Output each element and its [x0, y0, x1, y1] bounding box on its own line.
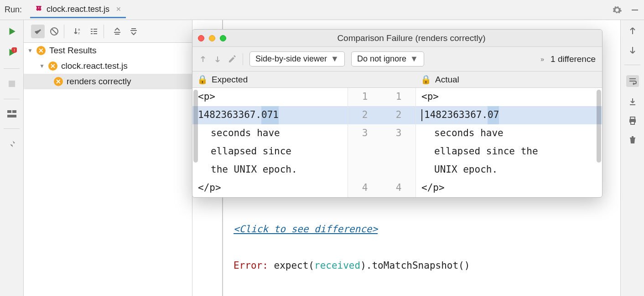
chevron-down-icon: ▼ — [410, 54, 418, 64]
close-window-icon[interactable] — [198, 35, 204, 41]
line-num: 4 — [348, 179, 382, 197]
tree-file[interactable]: ▼ ✕ clock.react.test.js — [24, 58, 192, 74]
suite-icon[interactable] — [87, 25, 101, 38]
code-line-diff: 1482363367.07 — [416, 106, 602, 124]
svg-rect-5 — [12, 110, 16, 113]
close-icon[interactable]: ✕ — [116, 5, 121, 13]
window-controls — [198, 35, 226, 41]
run-failing-icon[interactable]: ! — [7, 47, 17, 57]
minimize-icon[interactable] — [630, 5, 639, 15]
stop-icon[interactable] — [8, 80, 16, 88]
text-caret — [421, 109, 422, 121]
run-tool-window-header: Run: clock.react.test.js ✕ — [0, 0, 644, 20]
ignore-mode-label: Do not ignore — [357, 54, 406, 64]
expected-label: Expected — [212, 75, 248, 85]
line-num: 2 — [348, 106, 382, 124]
svg-rect-0 — [632, 10, 638, 10]
dialog-titlebar[interactable]: Comparison Failure (renders correctly) — [192, 30, 602, 47]
run-tab[interactable]: clock.react.test.js ✕ — [30, 2, 126, 18]
code-line: UNIX epoch. — [416, 161, 602, 179]
tree-root[interactable]: ▼ ✕ Test Results — [24, 43, 192, 58]
ignore-mode-select[interactable]: Do not ignore ▼ — [351, 51, 424, 66]
dialog-toolbar: Side-by-side viewer ▼ Do not ignore ▼ » … — [192, 47, 602, 71]
collapse-all-icon[interactable] — [127, 25, 140, 38]
layout-icon[interactable] — [7, 110, 16, 117]
zoom-window-icon[interactable] — [220, 35, 226, 41]
code-line: <p> — [192, 88, 348, 106]
viewer-mode-label: Side-by-side viewer — [255, 54, 327, 64]
test-tree-panel: az ▼ ✕ Test Results ▼ ✕ clock.react.tes — [24, 20, 192, 296]
line-num: 4 — [382, 179, 415, 197]
diff-body: <p> 1482363367.071 seconds have ellapsed… — [192, 88, 602, 197]
expected-header: 🔒 Expected — [192, 71, 348, 87]
show-passed-icon[interactable] — [31, 25, 45, 38]
actual-header: 🔒 Actual — [416, 71, 464, 87]
line-num: 1 — [382, 88, 415, 106]
edit-icon[interactable] — [228, 55, 236, 63]
tree-test[interactable]: ✕ renders correctly — [24, 74, 192, 89]
arrow-down-icon[interactable] — [628, 46, 637, 55]
see-difference-link[interactable]: <Click to see difference> — [234, 224, 378, 235]
tree-label: Test Results — [49, 46, 96, 56]
svg-rect-12 — [91, 31, 93, 32]
actual-column[interactable]: <p> 1482363367.07 seconds have ellapsed … — [416, 88, 602, 197]
tree-label: renders correctly — [67, 77, 131, 87]
arrow-up-icon[interactable] — [628, 26, 637, 36]
svg-rect-13 — [91, 33, 93, 34]
svg-rect-16 — [93, 33, 97, 34]
svg-rect-19 — [631, 122, 634, 124]
line-num: 3 — [348, 124, 382, 143]
tree-label: clock.react.test.js — [61, 61, 128, 71]
svg-rect-15 — [93, 31, 97, 32]
code-line-diff: 1482363367.071 — [192, 106, 348, 124]
svg-rect-17 — [630, 117, 635, 119]
next-diff-icon[interactable] — [213, 55, 222, 63]
comparison-dialog: Comparison Failure (renders correctly) S… — [192, 29, 602, 198]
prev-diff-icon[interactable] — [199, 55, 207, 63]
line-num: 1 — [348, 88, 382, 106]
right-gutter — [620, 20, 644, 296]
lock-icon: 🔒 — [421, 74, 431, 85]
run-icon[interactable] — [7, 26, 17, 36]
line-num: 2 — [382, 106, 415, 124]
minimize-window-icon[interactable] — [209, 35, 215, 41]
status-failed-icon: ✕ — [36, 46, 46, 55]
svg-line-8 — [52, 29, 57, 34]
code-line: ellapsed since the — [416, 143, 602, 161]
scrollbar[interactable] — [597, 90, 601, 163]
actual-label: Actual — [435, 75, 459, 85]
more-icon[interactable]: » — [540, 56, 544, 63]
scrollbar[interactable] — [193, 90, 198, 163]
dialog-title: Comparison Failure (renders correctly) — [226, 33, 597, 43]
code-line: </p> — [192, 179, 348, 197]
svg-text:z: z — [78, 31, 80, 35]
chevron-down-icon: ▼ — [331, 54, 339, 64]
code-line: seconds have — [416, 124, 602, 143]
print-icon[interactable] — [628, 116, 637, 125]
viewer-mode-select[interactable]: Side-by-side viewer ▼ — [249, 51, 345, 66]
svg-rect-11 — [91, 29, 93, 30]
line-num: 3 — [382, 124, 415, 143]
jest-icon — [35, 5, 43, 13]
scroll-to-end-icon[interactable] — [628, 97, 637, 106]
expand-all-icon[interactable] — [110, 25, 124, 38]
expected-column[interactable]: <p> 1482363367.071 seconds have ellapsed… — [192, 88, 348, 197]
svg-text:!: ! — [14, 48, 15, 52]
chevron-down-icon: ▼ — [27, 47, 33, 54]
svg-rect-3 — [9, 81, 15, 87]
softwrap-icon[interactable] — [626, 75, 639, 87]
show-ignored-icon[interactable] — [47, 25, 61, 38]
left-gutter: ! — [0, 20, 24, 296]
code-line: <p> — [416, 88, 602, 106]
gear-icon[interactable] — [612, 5, 622, 15]
sort-icon[interactable]: az — [71, 25, 84, 38]
line-numbers: 1 2 3 4 1 2 3 4 — [348, 88, 416, 197]
svg-rect-20 — [630, 138, 635, 138]
status-failed-icon: ✕ — [54, 77, 63, 86]
svg-rect-14 — [93, 29, 97, 30]
trash-icon[interactable] — [628, 135, 637, 144]
code-line: seconds have — [192, 124, 348, 143]
svg-rect-4 — [7, 110, 11, 113]
run-label: Run: — [5, 5, 22, 15]
pin-icon[interactable] — [8, 140, 16, 148]
